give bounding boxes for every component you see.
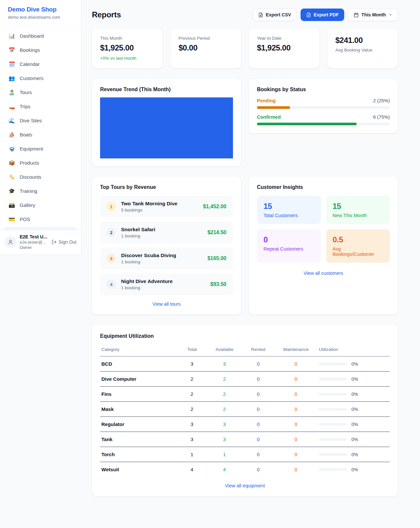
top-tours-card: Top Tours by Revenue 1 Two Tank Morning …	[92, 176, 241, 315]
sidebar-item-dashboard[interactable]: 📊Dashboard	[0, 29, 81, 43]
cell-maintenance: 0	[274, 372, 318, 387]
utilization-percent: 0%	[351, 361, 358, 367]
user-role: Owner	[20, 245, 48, 250]
sidebar-item-training[interactable]: 🎓Training	[0, 184, 81, 198]
sidebar-item-bookings[interactable]: 📅Bookings	[0, 43, 81, 57]
tile-total-customers: 15 Total Customers	[257, 196, 321, 224]
customer-insights-title: Customer Insights	[257, 184, 390, 190]
utilization-percent: 0%	[351, 452, 358, 457]
column-header: Total	[177, 343, 207, 356]
cell-total: 3	[177, 417, 207, 432]
cell-maintenance: 0	[274, 402, 318, 417]
utilization-bar	[319, 468, 347, 471]
export-csv-button[interactable]: Export CSV	[253, 9, 297, 21]
column-header: Category	[100, 343, 177, 356]
tile-value: 15	[263, 202, 314, 211]
bookings-by-status-card: Bookings by Status Pending 2 (25%) Confi…	[249, 78, 398, 133]
table-row: Torch 1 1 0 0 0%	[100, 447, 390, 462]
tile-label: New This Month	[333, 213, 384, 218]
tour-name: Discover Scuba Diving	[121, 253, 202, 258]
status-count: 2 (25%)	[373, 98, 390, 103]
cell-category: Torch	[100, 447, 177, 462]
credit-card-icon: 💳	[9, 216, 15, 222]
table-row: Fins 2 2 0 0 0%	[100, 387, 390, 402]
column-header: Available	[207, 343, 242, 356]
stat-label: Year to Date	[257, 36, 311, 41]
sign-out-button[interactable]: Sign Out	[52, 239, 76, 245]
sidebar-item-label: Bookings	[20, 47, 40, 53]
tour-revenue: $214.50	[207, 230, 226, 235]
tile-value: 0	[263, 235, 314, 244]
cell-available: 2	[207, 387, 242, 402]
cell-category: Mask	[100, 402, 177, 417]
tour-bookings: 1 booking	[121, 259, 202, 264]
view-all-customers-link[interactable]: View all customers	[257, 271, 390, 276]
sidebar-item-dive-sites[interactable]: 🌊Dive Sites	[0, 113, 81, 128]
stat-value: $1,925.00	[257, 43, 311, 52]
sidebar-item-products[interactable]: 📦Products	[0, 156, 81, 170]
status-count: 6 (75%)	[373, 114, 390, 120]
chevron-down-icon	[388, 13, 392, 17]
cell-category: Regulator	[100, 417, 177, 432]
stat-value: $241.00	[335, 36, 390, 45]
sidebar-item-label: Discounts	[20, 174, 41, 180]
export-pdf-label: Export PDF	[314, 12, 339, 17]
sidebar-item-calendar[interactable]: 🗓️Calendar	[0, 57, 81, 71]
sidebar-item-equipment[interactable]: 🤿Equipment	[0, 142, 81, 156]
sidebar-item-gallery[interactable]: 📸Gallery	[0, 198, 81, 212]
stat-card-year-to-date: Year to Date $1,925.00	[249, 28, 320, 69]
diving-mask-icon: 🤿	[9, 146, 15, 152]
utilization-bar	[319, 408, 347, 411]
cell-rented: 0	[242, 462, 274, 477]
people-icon: 👥	[9, 75, 15, 81]
user-panel: E2E Test U... e2e-tester@... Owner Sign …	[0, 230, 81, 254]
sidebar-item-label: Dive Sites	[20, 118, 42, 123]
utilization-bar	[319, 393, 347, 396]
camera-icon: 📸	[9, 202, 15, 208]
rank-badge: 2	[107, 228, 116, 237]
sidebar-item-customers[interactable]: 👥Customers	[0, 71, 81, 85]
view-all-tours-link[interactable]: View all tours	[100, 301, 233, 307]
utilization-percent: 0%	[351, 437, 358, 442]
utilization-bar	[319, 438, 347, 441]
cell-total: 4	[177, 462, 207, 477]
tour-bookings: 1 booking	[121, 285, 205, 290]
brand-domain: demo.test.divestreams.com	[8, 15, 73, 20]
cell-maintenance: 0	[274, 356, 318, 372]
tile-avg-bookings-customer: 0.5 Avg Bookings/Customer	[326, 229, 390, 263]
view-all-equipment-link[interactable]: View all equipment	[100, 483, 390, 488]
sidebar-item-label: Calendar	[20, 61, 40, 67]
cell-rented: 0	[242, 387, 274, 402]
table-header-row: Category Total Available Rented Maintena…	[100, 343, 390, 356]
cell-available: 3	[207, 432, 242, 447]
period-dropdown[interactable]: This Month	[348, 9, 398, 21]
sidebar-item-boats[interactable]: ⛵Boats	[0, 128, 81, 142]
column-header: Utilization	[318, 343, 390, 356]
tile-label: Avg Bookings/Customer	[333, 246, 384, 257]
tile-value: 15	[333, 202, 384, 211]
status-label: Confirmed	[257, 114, 281, 120]
brand-name[interactable]: Demo Dive Shop	[8, 6, 73, 13]
cell-rented: 0	[242, 402, 274, 417]
calendar-icon: 📅	[9, 47, 15, 53]
utilization-bar	[319, 453, 347, 456]
table-row: Tank 3 3 0 0 0%	[100, 432, 390, 447]
cell-maintenance: 0	[274, 447, 318, 462]
status-bar-fill	[257, 106, 290, 109]
cell-rented: 0	[242, 417, 274, 432]
sidebar-item-pos[interactable]: 💳POS	[0, 212, 81, 226]
sidebar-item-trips[interactable]: 🚤Trips	[0, 99, 81, 113]
stat-value: $0.00	[178, 43, 233, 52]
cell-rented: 0	[242, 372, 274, 387]
sidebar-item-tours[interactable]: 🏝️Tours	[0, 85, 81, 99]
tile-new-this-month: 15 New This Month	[326, 196, 390, 224]
sidebar-item-discounts[interactable]: 🏷️Discounts	[0, 170, 81, 184]
status-bar-track	[257, 106, 390, 109]
stat-delta: +0% vs last month	[100, 56, 155, 61]
cell-available: 1	[207, 447, 242, 462]
export-csv-label: Export CSV	[266, 12, 291, 17]
bookings-by-status-title: Bookings by Status	[257, 87, 390, 92]
sidebar-item-reports-partial[interactable]	[4, 227, 77, 230]
export-pdf-button[interactable]: Export PDF	[301, 9, 344, 21]
insight-tiles: 15 Total Customers 15 New This Month 0 R…	[257, 196, 390, 263]
